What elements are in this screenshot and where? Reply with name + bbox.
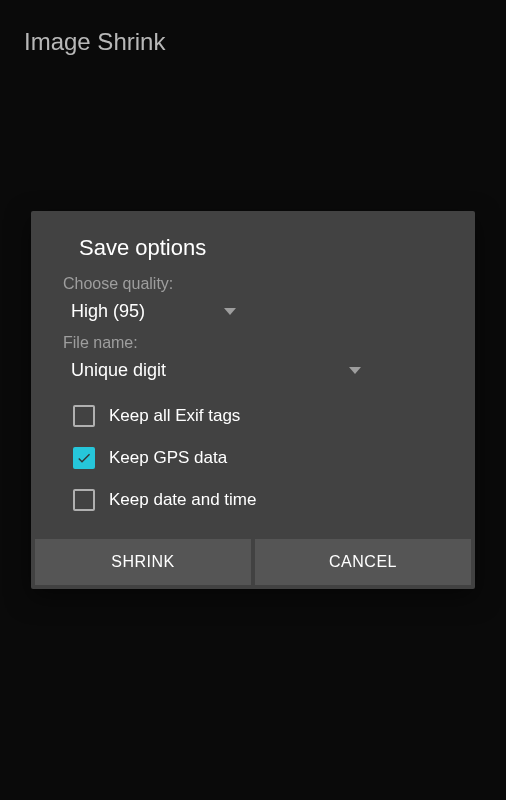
dialog-content: Choose quality: High (95) File name: Uni… — [31, 275, 475, 539]
filename-value: Unique digit — [71, 360, 166, 381]
save-options-dialog: Save options Choose quality: High (95) F… — [31, 211, 475, 589]
checkbox-row-exif[interactable]: Keep all Exif tags — [63, 395, 443, 437]
filename-label: File name: — [63, 334, 443, 352]
dialog-title: Save options — [31, 235, 475, 269]
dialog-buttons: SHRINK CANCEL — [31, 539, 475, 589]
quality-value: High (95) — [71, 301, 145, 322]
checkmark-icon — [76, 450, 92, 466]
checkbox-gps[interactable] — [73, 447, 95, 469]
checkbox-exif-label: Keep all Exif tags — [109, 406, 240, 426]
checkbox-gps-label: Keep GPS data — [109, 448, 227, 468]
checkbox-date-label: Keep date and time — [109, 490, 256, 510]
shrink-button[interactable]: SHRINK — [35, 539, 251, 585]
checkbox-date[interactable] — [73, 489, 95, 511]
checkbox-row-date[interactable]: Keep date and time — [63, 479, 443, 521]
checkbox-exif[interactable] — [73, 405, 95, 427]
quality-spinner[interactable]: High (95) — [63, 295, 238, 328]
filename-spinner[interactable]: Unique digit — [63, 354, 363, 387]
quality-label: Choose quality: — [63, 275, 443, 293]
checkbox-group: Keep all Exif tags Keep GPS data Keep da… — [63, 395, 443, 521]
dropdown-arrow-icon — [349, 367, 361, 374]
cancel-button[interactable]: CANCEL — [255, 539, 471, 585]
dialog-overlay: Save options Choose quality: High (95) F… — [0, 0, 506, 800]
checkbox-row-gps[interactable]: Keep GPS data — [63, 437, 443, 479]
dropdown-arrow-icon — [224, 308, 236, 315]
